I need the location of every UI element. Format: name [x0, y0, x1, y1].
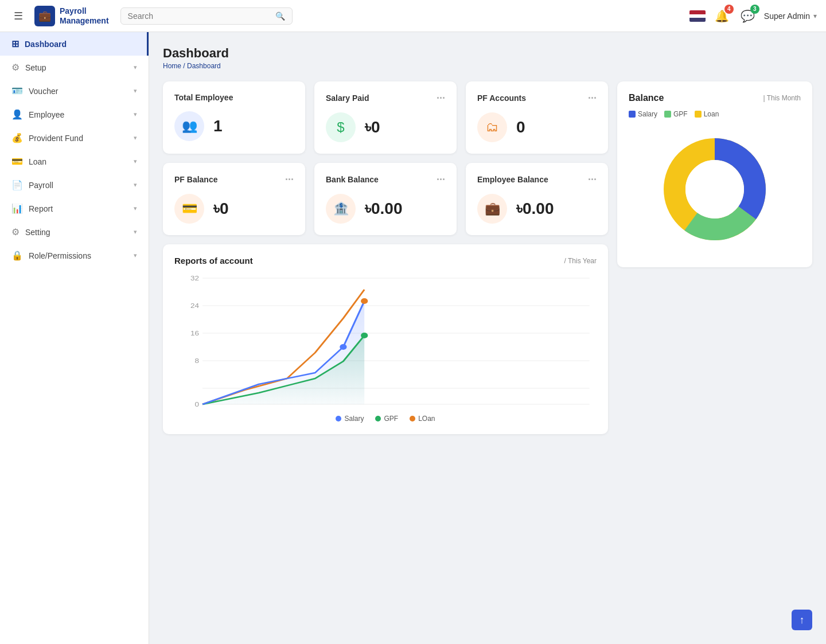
svg-text:06:00: 06:00: [531, 409, 550, 410]
notification-button[interactable]: 🔔 4: [712, 7, 731, 25]
sidebar-item-loan[interactable]: 💳 Loan ▾: [0, 150, 149, 173]
sidebar-label-employee: Employee: [29, 110, 64, 119]
donut-chart-container: [629, 123, 801, 256]
total-employee-title: Total Employee: [174, 93, 294, 102]
legend-gpf: GPF: [664, 110, 688, 118]
reports-card: Reports of account / This Year: [163, 244, 608, 434]
salary-legend-label: Salary: [344, 415, 364, 423]
balance-legend: Salary GPF Loan: [629, 110, 801, 118]
chevron-payroll-icon: ▾: [134, 181, 137, 189]
logo-text: Payroll Management: [60, 6, 109, 26]
sidebar-item-voucher[interactable]: 🪪 Voucher ▾: [0, 79, 149, 103]
breadcrumb-current: Dashboard: [187, 62, 221, 70]
employee-balance-more[interactable]: ···: [588, 174, 597, 185]
left-panel: Total Employee 👥 1 Salary Paid ···: [163, 81, 608, 434]
flag-icon: [689, 10, 706, 22]
loan-dot: [410, 416, 415, 421]
sidebar-label-dashboard: Dashboard: [25, 40, 67, 49]
balance-card: Balance | This Month Salary GPF: [617, 81, 812, 267]
hamburger-button[interactable]: ☰: [9, 5, 28, 27]
employee-balance-value: ৳0.00: [516, 200, 554, 218]
breadcrumb-home[interactable]: Home: [163, 62, 181, 70]
pf-balance-more[interactable]: ···: [285, 174, 294, 185]
search-icon: 🔍: [275, 11, 285, 21]
sidebar-item-setting[interactable]: ⚙ Setting ▾: [0, 220, 149, 244]
legend-salary: Salary: [629, 110, 657, 118]
message-button[interactable]: 💬 3: [738, 7, 757, 25]
user-menu-button[interactable]: Super Admin ▾: [764, 11, 817, 21]
pf-accounts-title: PF Accounts ···: [477, 93, 597, 103]
sidebar-label-loan: Loan: [29, 157, 46, 166]
dashboard-icon: ⊞: [11, 38, 19, 49]
sidebar-item-employee[interactable]: 👤 Employee ▾: [0, 103, 149, 126]
sidebar-label-role: Role/Permissions: [29, 251, 91, 260]
svg-text:32: 32: [190, 275, 199, 282]
sidebar-item-report[interactable]: 📊 Report ▾: [0, 197, 149, 220]
svg-point-22: [340, 344, 346, 350]
pf-icon: 💰: [11, 132, 23, 143]
search-bar: 🔍: [120, 7, 293, 25]
pf-accounts-icon: 🗂: [477, 112, 507, 142]
chart-legend-salary: Salary: [336, 415, 364, 423]
message-badge: 3: [750, 5, 759, 14]
employee-icon: 👤: [11, 109, 23, 120]
pf-accounts-more[interactable]: ···: [588, 93, 597, 103]
sidebar-item-setup[interactable]: ⚙ Setup ▾: [0, 56, 149, 79]
legend-loan: Loan: [695, 110, 719, 118]
svg-point-27: [685, 160, 744, 218]
salary-paid-more[interactable]: ···: [437, 93, 445, 103]
pf-balance-title: PF Balance ···: [174, 174, 294, 185]
total-employee-icon: 👥: [174, 111, 204, 141]
legend-dot-gpf: [664, 111, 671, 118]
svg-text:04:00: 04:00: [418, 409, 438, 410]
chevron-voucher-icon: ▾: [134, 87, 137, 95]
svg-text:02:00: 02:00: [305, 409, 325, 410]
page-header: Dashboard Home / Dashboard: [163, 46, 812, 70]
sidebar-item-provident-fund[interactable]: 💰 Provident Fund ▾: [0, 126, 149, 150]
balance-period: | This Month: [763, 94, 801, 102]
gpf-legend-label: GPF: [384, 415, 398, 423]
scroll-top-button[interactable]: ↑: [792, 610, 812, 630]
bank-balance-title: Bank Balance ···: [326, 174, 445, 185]
breadcrumb: Home / Dashboard: [163, 62, 812, 70]
sidebar-item-role-permissions[interactable]: 🔒 Role/Permissions ▾: [0, 244, 149, 267]
sidebar-label-setting: Setting: [25, 228, 50, 237]
reports-period: / This Year: [564, 257, 597, 265]
search-input[interactable]: [128, 11, 271, 21]
svg-text:00:00: 00:00: [193, 409, 212, 410]
svg-text:0: 0: [194, 401, 199, 408]
voucher-icon: 🪪: [11, 85, 23, 96]
setup-icon: ⚙: [11, 62, 20, 73]
legend-dot-salary: [629, 111, 636, 118]
chevron-loan-icon: ▾: [134, 158, 137, 165]
bank-balance-icon: 🏦: [326, 194, 356, 224]
employee-balance-title: Employee Balance ···: [477, 174, 597, 185]
sidebar-label-payroll: Payroll: [29, 181, 53, 190]
chevron-report-icon: ▾: [134, 205, 137, 212]
sidebar-label-voucher: Voucher: [29, 87, 58, 96]
chevron-setup-icon: ▾: [134, 64, 137, 71]
total-employee-value: 1: [213, 117, 223, 135]
top-bar-right: 🔔 4 💬 3 Super Admin ▾: [689, 7, 817, 25]
svg-point-20: [361, 333, 368, 338]
svg-text:01:00: 01:00: [249, 409, 268, 410]
dashboard-grid: Total Employee 👥 1 Salary Paid ···: [163, 81, 812, 434]
sidebar-item-dashboard[interactable]: ⊞ Dashboard: [0, 32, 149, 56]
user-label: Super Admin: [764, 11, 810, 21]
notification-badge: 4: [724, 5, 734, 14]
logo-area: 💼 Payroll Management: [34, 6, 109, 26]
chevron-pf-icon: ▾: [134, 134, 137, 142]
salary-dot: [336, 416, 341, 421]
role-icon: 🔒: [11, 250, 23, 261]
top-bar: ☰ 💼 Payroll Management 🔍 🔔 4 💬 3 Super A: [0, 0, 826, 32]
pf-balance-icon: 💳: [174, 194, 204, 224]
svg-point-21: [361, 298, 368, 304]
chart-area: 32 24 16 8 0 00:00 01:00 02:00 03:00 04: [174, 272, 597, 410]
bank-balance-more[interactable]: ···: [437, 174, 445, 185]
pf-balance-value: ৳0: [213, 200, 229, 218]
pf-balance-card: PF Balance ··· 💳 ৳0: [163, 163, 305, 235]
sidebar-item-payroll[interactable]: 📄 Payroll ▾: [0, 173, 149, 197]
svg-text:8: 8: [194, 357, 199, 365]
right-panel: Balance | This Month Salary GPF: [617, 81, 812, 267]
salary-paid-value: ৳0: [365, 118, 380, 137]
